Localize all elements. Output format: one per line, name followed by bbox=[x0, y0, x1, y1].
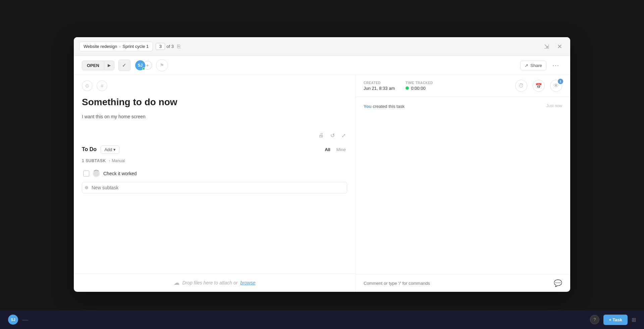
todo-section: To Do Add ▾ All Mine 1 bbox=[74, 143, 355, 196]
send-icon: 💬 bbox=[554, 279, 562, 287]
breadcrumb-separator: › bbox=[119, 44, 120, 49]
avatar[interactable]: SJ bbox=[135, 60, 146, 71]
more-options-button[interactable]: ··· bbox=[550, 61, 562, 70]
flag-icon: ⚑ bbox=[160, 62, 164, 68]
todo-filter: All Mine bbox=[323, 146, 347, 153]
calendar-icon: 📅 bbox=[535, 83, 542, 89]
timer-icon: ⏱ bbox=[519, 83, 524, 89]
grid-view-button[interactable]: ⊞ bbox=[632, 317, 636, 323]
help-button[interactable]: ? bbox=[590, 315, 599, 324]
page-indicator: 3 of 3 bbox=[156, 43, 174, 50]
user-avatar-initials: SJ bbox=[11, 318, 15, 322]
more-icon: ··· bbox=[552, 62, 559, 69]
modal-overlay: Website redesign › Sprint cycle 1 3 of 3… bbox=[0, 0, 644, 329]
copy-link-button[interactable]: ⎘ bbox=[176, 43, 181, 50]
left-panel: ⊙ ≡ Something to do now I want this on m… bbox=[74, 75, 356, 292]
activity-feed: You created this task Just now bbox=[356, 97, 570, 274]
timer-active-dot bbox=[406, 86, 409, 90]
subtask-checkbox[interactable] bbox=[83, 171, 89, 177]
page-number[interactable]: 3 bbox=[156, 43, 165, 50]
flag-button[interactable]: ⚑ bbox=[156, 59, 168, 71]
avatar-initials: SJ bbox=[138, 63, 143, 68]
todo-title: To Do bbox=[82, 146, 97, 152]
subtask-label: Check it worked bbox=[103, 171, 137, 176]
tag-icon: ⊙ bbox=[85, 83, 89, 88]
task-content-area: 🖨 ↺ ⤢ To Do Ad bbox=[74, 126, 355, 273]
chevron-down-icon: ▾ bbox=[113, 147, 116, 152]
task-modal: Website redesign › Sprint cycle 1 3 of 3… bbox=[74, 37, 570, 292]
time-tracked-info: TIME TRACKED 0:00:00 bbox=[406, 81, 433, 91]
print-button[interactable]: 🖨 bbox=[317, 131, 325, 140]
watchers-button[interactable]: 👁 1 bbox=[550, 80, 562, 92]
history-button[interactable]: ↺ bbox=[329, 131, 336, 140]
add-todo-button[interactable]: Add ▾ bbox=[101, 145, 119, 154]
new-subtask-input[interactable] bbox=[92, 185, 345, 190]
dropzone-text: Drop files here to attach or bbox=[182, 280, 237, 285]
share-label: Share bbox=[530, 63, 542, 68]
add-label: Add bbox=[104, 147, 112, 152]
share-icon: ↗ bbox=[525, 63, 528, 68]
new-subtask-dot bbox=[85, 186, 88, 189]
subtask-count-row: 1 SUBTASK ↑ Manual bbox=[82, 158, 347, 163]
expand-icon: ⤢ bbox=[341, 133, 346, 138]
calendar-button[interactable]: 📅 bbox=[533, 80, 545, 92]
header-right: ⇲ ✕ bbox=[541, 42, 565, 52]
todo-header: To Do Add ▾ All Mine bbox=[82, 145, 347, 154]
online-indicator bbox=[142, 67, 145, 70]
watcher-count-badge: 1 bbox=[558, 79, 563, 84]
activity-timestamp: Just now bbox=[546, 104, 562, 108]
time-tracked-value-row: 0:00:00 bbox=[406, 86, 433, 91]
comment-send-button[interactable]: 💬 bbox=[554, 279, 562, 287]
created-label: CREATED bbox=[364, 81, 395, 85]
time-tracked-value: 0:00:00 bbox=[411, 86, 425, 91]
comment-input[interactable] bbox=[364, 281, 550, 286]
browse-link[interactable]: browse bbox=[240, 280, 255, 285]
list-button[interactable]: ≡ bbox=[97, 80, 107, 91]
modal-toolbar: OPEN ▶ ✓ SJ + ⚑ ↗ bbox=[74, 56, 570, 75]
page-of-text: of 3 bbox=[166, 44, 174, 49]
subtask-item[interactable]: Check it worked bbox=[82, 167, 347, 180]
filter-mine-button[interactable]: Mine bbox=[335, 146, 347, 153]
grid-icon: ⊞ bbox=[632, 317, 636, 323]
complete-button[interactable]: ✓ bbox=[118, 60, 130, 71]
expand-button[interactable]: ⤢ bbox=[340, 131, 347, 140]
activity-action: created this task bbox=[373, 104, 405, 109]
task-description[interactable]: I want this on my home screen bbox=[74, 112, 355, 126]
bottom-divider: — bbox=[22, 316, 28, 323]
help-icon: ? bbox=[594, 317, 596, 322]
task-info-bar: CREATED Jun 21, 8:33 am TIME TRACKED 0:0… bbox=[356, 75, 570, 97]
upload-icon: ☁ bbox=[173, 279, 179, 286]
comment-box: 💬 bbox=[356, 274, 570, 292]
subtask-count: 1 SUBTASK bbox=[82, 158, 106, 163]
add-task-label: + Task bbox=[609, 317, 622, 322]
header-left: Website redesign › Sprint cycle 1 3 of 3… bbox=[79, 42, 181, 51]
user-avatar[interactable]: SJ bbox=[8, 315, 18, 325]
filter-all-button[interactable]: All bbox=[323, 146, 332, 153]
content-toolbar: 🖨 ↺ ⤢ bbox=[74, 128, 355, 143]
new-subtask-row bbox=[82, 182, 347, 193]
close-button[interactable]: ✕ bbox=[554, 42, 565, 52]
open-status-button[interactable]: OPEN ▶ bbox=[82, 61, 114, 70]
breadcrumb[interactable]: Website redesign › Sprint cycle 1 bbox=[79, 42, 153, 51]
assignee-group: SJ + bbox=[135, 60, 152, 71]
task-meta-icons: ⊙ ≡ bbox=[74, 75, 355, 94]
list-icon: ≡ bbox=[101, 83, 103, 88]
time-tracked-label: TIME TRACKED bbox=[406, 81, 433, 85]
share-button[interactable]: ↗ Share bbox=[520, 61, 546, 70]
tag-button[interactable]: ⊙ bbox=[82, 80, 93, 91]
activity-actor: You bbox=[364, 104, 372, 109]
minimize-button[interactable]: ⇲ bbox=[541, 42, 552, 52]
manual-sort-button[interactable]: ↑ Manual bbox=[109, 158, 125, 163]
subtask-avatar bbox=[93, 170, 100, 177]
breadcrumb-sprint: Sprint cycle 1 bbox=[122, 44, 149, 49]
timer-button[interactable]: ⏱ bbox=[515, 80, 527, 92]
print-icon: 🖨 bbox=[318, 132, 324, 138]
toolbar-right: ↗ Share ··· bbox=[520, 61, 562, 70]
add-task-button[interactable]: + Task bbox=[603, 315, 628, 325]
bottom-bar: SJ — ? + Task ⊞ bbox=[0, 310, 644, 329]
activity-text: You created this task bbox=[364, 104, 542, 110]
bottom-left: SJ — bbox=[8, 315, 28, 325]
task-title[interactable]: Something to do now bbox=[74, 94, 355, 112]
eye-icon: 👁 bbox=[553, 83, 559, 89]
toolbar-left: OPEN ▶ ✓ SJ + ⚑ bbox=[82, 59, 168, 71]
